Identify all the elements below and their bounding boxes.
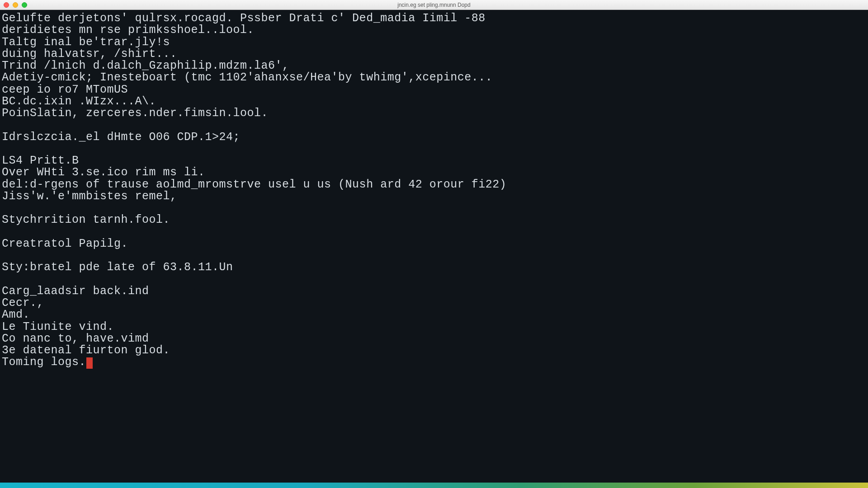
terminal-line: Idrslczcia._el dHmte O06 CDP.1>24; — [2, 131, 866, 143]
terminal-line: Adetiy-cmick; Inesteboart (tmc 1102'ahan… — [2, 72, 866, 84]
terminal-window: jncin.eg set pling.mnunn Dopd Gelufte de… — [0, 0, 868, 488]
minimize-icon[interactable] — [13, 2, 18, 8]
terminal-line: BC.dc.ixin .WIzx...A\. — [2, 96, 866, 108]
terminal-line: deridietes mn rse primksshoel..lool. — [2, 24, 866, 36]
terminal-line: Co nanc to, have.vimd — [2, 333, 866, 345]
terminal-line: del:d-rgens of trause aolmd_mromstrve us… — [2, 179, 866, 191]
terminal-line: PoinSlatin, zerceres.nder.fimsin.lool. — [2, 108, 866, 119]
terminal-line — [2, 202, 866, 214]
window-title: jncin.eg set pling.mnunn Dopd — [397, 2, 470, 8]
terminal-line: Stychrrition tarnh.fool. — [2, 214, 866, 226]
terminal-line: Carg_laadsir back.ind — [2, 286, 866, 297]
terminal-line: ceep io ro7 MTomUS — [2, 84, 866, 96]
terminal-line: Toming logs. — [2, 357, 866, 369]
terminal-line — [2, 250, 866, 262]
terminal-line: Sty:bratel pde late of 63.8.11.Un — [2, 262, 866, 273]
terminal-line — [2, 274, 866, 286]
terminal-line: 3e datenal fiurton glod. — [2, 345, 866, 357]
terminal-line: Trind /lnich d.dalch_Gzaphilip.mdzm.la6'… — [2, 60, 866, 72]
terminal-line: Over WHti 3.se.ico rim ms li. — [2, 167, 866, 178]
titlebar[interactable]: jncin.eg set pling.mnunn Dopd — [0, 0, 868, 10]
terminal-line: Amd. — [2, 309, 866, 321]
terminal-line: Jiss'w.'e'mmbistes remel, — [2, 191, 866, 202]
terminal-line — [2, 119, 866, 131]
terminal-line: Le Tiunite vind. — [2, 321, 866, 333]
close-icon[interactable] — [4, 2, 9, 8]
status-bar — [0, 483, 868, 488]
maximize-icon[interactable] — [22, 2, 27, 8]
terminal-line: duing halvatsr, /shirt... — [2, 48, 866, 60]
cursor-icon — [86, 357, 93, 369]
terminal-line — [2, 226, 866, 238]
window-controls — [4, 2, 27, 8]
terminal-line: LS4 Pritt.B — [2, 155, 866, 167]
terminal-line: Creatratol Papilg. — [2, 238, 866, 250]
terminal-output[interactable]: Gelufte derjetons' qulrsx.rocagd. Pssber… — [0, 10, 868, 483]
terminal-line: Cecr., — [2, 297, 866, 309]
terminal-line: Gelufte derjetons' qulrsx.rocagd. Pssber… — [2, 13, 866, 24]
terminal-line: Taltg inal be'trar.jly!s — [2, 37, 866, 48]
terminal-line — [2, 143, 866, 155]
